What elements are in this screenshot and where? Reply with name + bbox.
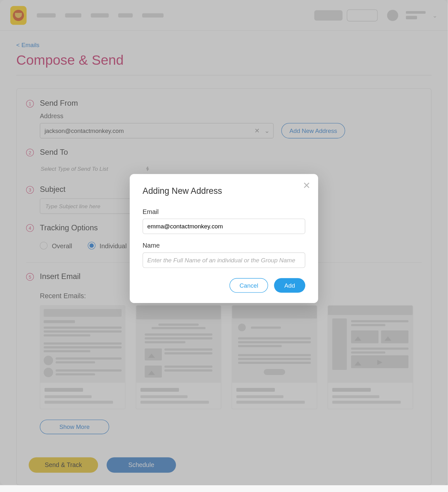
name-input[interactable] — [143, 252, 305, 268]
close-icon[interactable]: ✕ — [303, 181, 310, 190]
email-label: Email — [143, 208, 305, 215]
add-address-modal: ✕ Adding New Address Email Name Cancel A… — [130, 174, 318, 303]
modal-title: Adding New Address — [143, 186, 305, 196]
cancel-button[interactable]: Cancel — [230, 278, 268, 292]
email-input[interactable] — [143, 218, 305, 234]
modal-overlay: ✕ Adding New Address Email Name Cancel A… — [0, 0, 448, 485]
add-button[interactable]: Add — [274, 278, 305, 292]
name-label: Name — [143, 242, 305, 249]
